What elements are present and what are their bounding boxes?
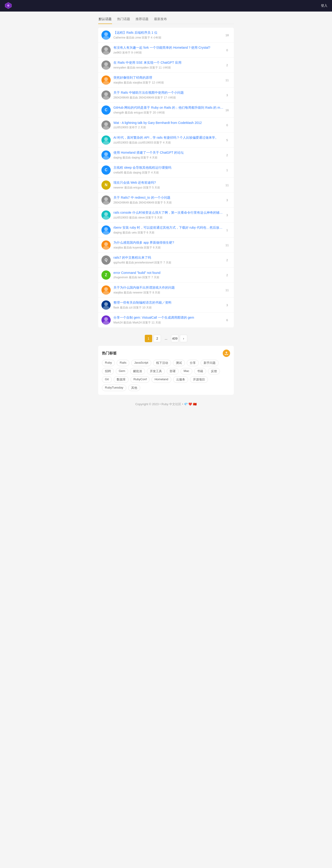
- topic-title[interactable]: 【远程】Rails 后端程序员 1 位: [113, 31, 224, 35]
- topic-title[interactable]: rbenv 安装 ruby 时，可以提前通过其他方式，下载好 ruby 代码包，…: [113, 226, 224, 230]
- topic-title[interactable]: 为什么感觉国内很多 app 界面做得很生硬?: [113, 241, 224, 245]
- topic-title[interactable]: Wat - A lightning talk by Gary Bernhardt…: [113, 121, 224, 125]
- next-page-button[interactable]: ›: [180, 335, 187, 342]
- topic-item: 关于 Rails7 中 redirect_to 的一个小问题 260424964…: [98, 193, 234, 208]
- svg-point-7: [104, 62, 108, 66]
- hot-tag[interactable]: 部署: [167, 368, 179, 374]
- tab-latest[interactable]: 最新发布: [154, 15, 167, 24]
- topic-title[interactable]: 主线程 sleep 会导致其他线程运行缓慢吗: [113, 166, 224, 170]
- hot-tag[interactable]: Rails: [117, 360, 129, 366]
- topic-title[interactable]: rails console 什么时候变这么强大了啊，第一次看命令行里有这么神奇的…: [113, 211, 224, 215]
- topic-title[interactable]: 现在只会搞 Web 还有前途吗?: [113, 181, 224, 185]
- topic-content: rails7 的中文教程出来了吗 qqzhurifd 最后由 jenniefer…: [113, 256, 224, 265]
- tab-hot[interactable]: 热门话题: [117, 15, 131, 24]
- svg-point-32: [103, 321, 109, 324]
- hot-tag[interactable]: 开源项目: [190, 376, 208, 383]
- hot-tag[interactable]: 新手问题: [201, 360, 219, 366]
- topic-meta: xiaojiba 最后由 kuyenda 回复于 6 天前: [113, 246, 224, 250]
- svg-point-26: [103, 246, 109, 250]
- topic-content: 关于 Rails7 中 redirect_to 的一个小问题 260424964…: [113, 196, 224, 205]
- page-button[interactable]: 2: [154, 335, 161, 342]
- tab-default[interactable]: 默认话题: [98, 15, 112, 24]
- topic-item: 有没有人有兴趣一起 fork 一个功能简单的 Homeland？使用 Cryst…: [98, 43, 234, 58]
- topic-reply-count: 2: [224, 153, 231, 157]
- topic-meta: Catherine 最后由 zmw 回复于 4 小时前: [113, 36, 224, 40]
- topic-title[interactable]: 使用 Homeland 搭建了一个关于 ChatGPT 的论坛: [113, 151, 224, 155]
- topic-item: Wat - A lightning talk by Gary Bernhardt…: [98, 118, 234, 133]
- topic-content: 关于为什么国内做不出所谓游戏大作的问题 xiaojiba 最后由 newerer…: [113, 286, 224, 294]
- login-button[interactable]: 登入: [321, 4, 327, 8]
- topic-item: 在 Rails 中使用 SSE 来实现一个 ChatGPT 应用 rennyal…: [98, 58, 234, 73]
- topic-title[interactable]: GitHub 网站的代码是基于 Ruby on Rails 的；他们每周都升级到…: [113, 106, 224, 110]
- hot-tag[interactable]: 赌批淡: [130, 368, 145, 374]
- topic-content: 为什么感觉国内很多 app 界面做得很生硬? xiaojiba 最后由 kuye…: [113, 241, 224, 250]
- topic-content: 分享一个自制 gem: VistualCall 一个生成调用图谱的 gem Ma…: [113, 316, 224, 324]
- topic-item: C GitHub 网站的代码是基于 Ruby on Rails 的；他们每周都升…: [98, 103, 234, 118]
- svg-point-12: [103, 96, 109, 100]
- avatar: C: [101, 165, 111, 175]
- page-button[interactable]: 1: [145, 335, 152, 342]
- topic-meta: crella95 最后由 daqing 回复于 4 天前: [113, 171, 224, 175]
- hot-tag[interactable]: 反馈: [208, 368, 220, 374]
- topic-title[interactable]: 整理一些有关自制编程语言的书籍／资料: [113, 301, 224, 305]
- topic-reply-count: 11: [224, 183, 231, 187]
- hot-tag[interactable]: RubyConf: [131, 376, 150, 383]
- topic-meta: rennyallen 最后由 rennyallen 回复于 11 小时前: [113, 66, 224, 70]
- hot-tag[interactable]: 云服务: [173, 376, 188, 383]
- topic-reply-count: 2: [224, 273, 231, 277]
- topic-title[interactable]: 分享一个自制 gem: VistualCall 一个生成调用图谱的 gem: [113, 316, 224, 320]
- upload-button[interactable]: [223, 349, 230, 357]
- topic-title[interactable]: 关于为什么国内做不出所谓游戏大作的问题: [113, 286, 224, 290]
- topic-reply-count: 3: [224, 213, 231, 217]
- avatar: [101, 90, 111, 100]
- hot-tag[interactable]: 测试: [173, 360, 185, 366]
- page-button[interactable]: ...: [162, 335, 170, 342]
- topic-content: 主线程 sleep 会导致其他线程运行缓慢吗 crella95 最后由 daqi…: [113, 166, 224, 175]
- topic-item: rails console 什么时候变这么强大了啊，第一次看命令行里有这么神奇的…: [98, 208, 234, 223]
- topic-item: rbenv 安装 ruby 时，可以提前通过其他方式，下载好 ruby 代码包，…: [98, 223, 234, 238]
- hot-tag[interactable]: 数据库: [114, 376, 129, 383]
- hot-tag[interactable]: 开发工具: [147, 368, 165, 374]
- avatar: [101, 225, 111, 235]
- avatar: [101, 195, 111, 205]
- topic-title[interactable]: 有没有人有兴趣一起 fork 一个功能简单的 Homeland？使用 Cryst…: [113, 46, 224, 50]
- topic-meta: zzz6519003 最后由 steve 回复于 5 天前: [113, 216, 224, 220]
- topic-title[interactable]: 关于 Rails7 中 redirect_to 的一个小问题: [113, 196, 224, 200]
- hot-tag[interactable]: Git: [102, 376, 112, 383]
- topic-title[interactable]: 突然好像悟到了经商的原理: [113, 76, 224, 80]
- topic-title[interactable]: AI 时代，面对繁杂的 API，学 rails 有捷径吗？个人比较偏爱通过做来学…: [113, 136, 224, 140]
- page-button[interactable]: 409: [171, 335, 178, 342]
- hot-tag[interactable]: 招聘: [102, 368, 114, 374]
- topic-tabs: 默认话题 热门话题 推荐话题 最新发布: [98, 15, 234, 24]
- topic-content: rails console 什么时候变这么强大了啊，第一次看命令行里有这么神奇的…: [113, 211, 224, 220]
- avatar: [101, 315, 111, 324]
- topic-item: C 主线程 sleep 会导致其他线程运行缓慢吗 crella95 最后由 da…: [98, 163, 234, 178]
- topic-content: AI 时代，面对繁杂的 API，学 rails 有捷径吗？个人比较偏爱通过做来学…: [113, 136, 224, 145]
- hot-tag[interactable]: Homeland: [152, 376, 171, 383]
- topic-item: 分享一个自制 gem: VistualCall 一个生成调用图谱的 gem Ma…: [98, 313, 234, 328]
- hot-tag[interactable]: 书籍: [194, 368, 206, 374]
- hot-tag[interactable]: JavaScript: [131, 360, 151, 366]
- main-container: 默认话题 热门话题 推荐话题 最新发布 【远程】Rails 后端程序员 1 位 …: [95, 11, 237, 414]
- topic-title[interactable]: 关于 Rails 中辅助方法在视图中使用的一个小问题: [113, 91, 224, 95]
- topic-meta: Mark24 最后由 Mark24 回复于 11 天前: [113, 321, 224, 324]
- hot-tags-section: 热门标签 RubyRailsJavaScript线下活动测试分享新手问题招聘Ge…: [98, 346, 234, 395]
- hot-tag[interactable]: 其他: [128, 384, 140, 391]
- hot-tag[interactable]: Gem: [116, 368, 128, 374]
- topic-title[interactable]: error Command "build" not found: [113, 271, 224, 275]
- svg-point-14: [103, 126, 109, 130]
- topic-title[interactable]: rails7 的中文教程出来了吗: [113, 256, 224, 260]
- svg-point-15: [104, 137, 108, 141]
- hot-tag[interactable]: Ruby: [102, 360, 115, 366]
- hot-tag[interactable]: RubyTuesday: [102, 384, 126, 391]
- hot-tag[interactable]: 分享: [187, 360, 199, 366]
- topic-content: 关于 Rails 中辅助方法在视图中使用的一个小问题 2604249649 最后…: [113, 91, 224, 100]
- avatar: [101, 150, 111, 160]
- topic-item: 整理一些有关自制编程语言的书籍／资料 flask 最后由 zzt 回复于 10 …: [98, 298, 234, 313]
- hot-tag[interactable]: Mac: [180, 368, 192, 374]
- hot-tag[interactable]: 线下活动: [153, 360, 171, 366]
- svg-point-17: [104, 152, 108, 156]
- tab-recommended[interactable]: 推荐话题: [135, 15, 149, 24]
- topic-title[interactable]: 在 Rails 中使用 SSE 来实现一个 ChatGPT 应用: [113, 61, 224, 65]
- topic-meta: zw963 发布于 9 小时前: [113, 51, 224, 55]
